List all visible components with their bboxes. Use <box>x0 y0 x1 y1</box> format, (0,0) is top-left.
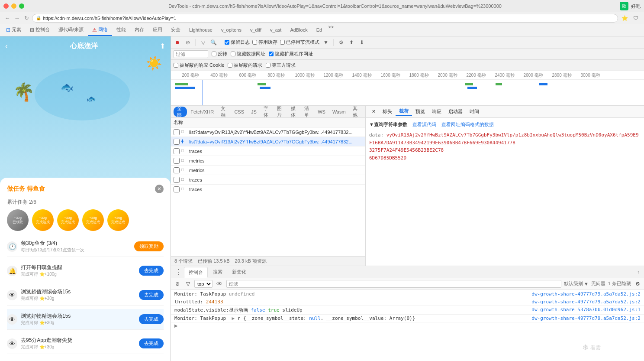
more-tabs-button[interactable]: >> <box>328 24 334 36</box>
devtools-tab-console[interactable]: ⊞ 控制台 <box>26 24 54 36</box>
throttle-dropdown-button[interactable]: ▼ <box>322 39 330 46</box>
console-link-3[interactable]: dw-growth-share-5378a7bb.01d0d962.js:1 <box>531 307 641 312</box>
req-checkbox-7[interactable] <box>174 186 180 192</box>
console-link-1[interactable]: dw-growth-share-49777d79.a5a7da52.js:2 <box>531 291 641 297</box>
eye-button[interactable]: 👁 <box>215 280 224 288</box>
type-tab-img[interactable]: 图片 <box>274 107 287 117</box>
detail-tab-preview[interactable]: 预览 <box>412 107 428 116</box>
expand-console-button[interactable]: ↕ <box>635 269 641 275</box>
type-tab-fetch[interactable]: Fetch/XHR <box>187 107 217 117</box>
view-url-encoded-link[interactable]: 查看网址编码格式的数据 <box>441 121 494 128</box>
type-tab-other[interactable]: 其他 <box>349 107 363 117</box>
throttle-input[interactable] <box>280 40 285 45</box>
task-btn-2[interactable]: 去完成 <box>139 266 164 276</box>
devtools-tab-vdiff[interactable]: v_diff <box>246 24 266 36</box>
devtools-tab-network[interactable]: ⚠ 网络 <box>88 24 112 36</box>
network-conditions-button[interactable]: ⚙ <box>337 39 345 46</box>
hide-extensions-checkbox[interactable]: 隐藏扩展程序网址 <box>269 51 313 57</box>
console-tab-changes[interactable]: 新变化 <box>228 267 251 277</box>
app-back-button[interactable]: ‹ <box>5 42 8 51</box>
type-tab-media[interactable]: 媒体 <box>287 107 301 117</box>
console-filter-icon[interactable]: ▽ <box>184 280 192 288</box>
type-tab-all[interactable]: 全部 <box>174 107 187 117</box>
table-row[interactable]: □ metrics <box>171 156 365 166</box>
table-row[interactable]: □ traces <box>171 175 365 185</box>
clear-button[interactable]: ⊘ <box>184 39 192 46</box>
shield-icon[interactable]: 🛡 <box>631 13 641 23</box>
type-tab-ws[interactable]: WS <box>314 107 329 117</box>
devtools-tab-perf[interactable]: 性能 <box>112 24 130 36</box>
detail-tab-timing[interactable]: 时间 <box>466 107 483 116</box>
devtools-tab-elements[interactable]: ⊡ 元素 <box>2 24 26 36</box>
devtools-tab-vast[interactable]: v_ast <box>266 24 286 36</box>
reload-button[interactable]: ↻ <box>23 14 30 22</box>
forward-button[interactable]: → <box>13 14 21 22</box>
third-party-input[interactable] <box>266 63 270 68</box>
preserve-log-input[interactable] <box>225 40 229 45</box>
console-clear-button[interactable]: ⊘ <box>174 280 181 288</box>
blocked-cookies-checkbox[interactable]: 被屏蔽的响应 Cookie <box>174 62 224 68</box>
devtools-tab-memory[interactable]: 内存 <box>130 24 148 36</box>
req-checkbox-4[interactable] <box>174 158 180 164</box>
invert-input[interactable] <box>212 52 216 56</box>
blocked-cookies-input[interactable] <box>174 63 178 68</box>
type-tab-doc[interactable]: 文档 <box>217 107 231 117</box>
type-tab-manifest[interactable]: 清单 <box>301 107 314 117</box>
type-tab-js[interactable]: JS <box>248 107 260 117</box>
table-row[interactable]: □ metrics <box>171 166 365 175</box>
table-row[interactable]: □ traces <box>171 146 365 156</box>
console-level-dropdown[interactable]: 默认级别 ▼ <box>564 280 589 287</box>
req-checkbox-3[interactable] <box>174 148 180 154</box>
app-share-button[interactable]: ⬆ <box>160 42 165 50</box>
console-more-button[interactable]: ⋮ <box>174 267 183 277</box>
view-source-link[interactable]: 查看源代码 <box>412 121 436 128</box>
close-dot[interactable] <box>3 3 9 9</box>
detail-tab-response[interactable]: 响应 <box>428 107 445 116</box>
type-tab-css[interactable]: CSS <box>231 107 248 117</box>
hide-data-url-input[interactable] <box>231 52 235 56</box>
expand-icon[interactable]: ▶ <box>232 315 235 321</box>
upload-button[interactable]: ⬆ <box>348 39 355 46</box>
throttle-checkbox[interactable]: 已停用节流模式 <box>280 39 319 46</box>
task-btn-4[interactable]: 去完成 <box>139 314 164 324</box>
hide-data-url-checkbox[interactable]: 隐藏数据网址 <box>231 51 265 57</box>
top-frame-select[interactable]: top <box>194 280 213 288</box>
table-row[interactable]: □ list?data=vyOviR13Aj2v2YfHwBzt9AZALCv7… <box>171 127 365 137</box>
console-link-4[interactable]: dw-growth-share-49777d79.a5a7da52.js:2 <box>531 315 641 321</box>
table-row[interactable]: ⧫ list?data=vyOviR13Aj2v2YfHwBzt9AZALCv7… <box>171 137 365 146</box>
devtools-tab-app[interactable]: 应用 <box>148 24 167 36</box>
invert-checkbox[interactable]: 反转 <box>212 51 227 57</box>
disable-cache-checkbox[interactable]: 停用缓存 <box>252 39 277 46</box>
devtools-tab-source[interactable]: 源代码/来源 <box>54 24 88 36</box>
blocked-requests-input[interactable] <box>228 63 232 68</box>
bookmark-icon[interactable]: ⭐ <box>620 13 629 23</box>
req-checkbox-1[interactable] <box>174 129 180 135</box>
devtools-tab-ed[interactable]: Ed <box>312 24 326 36</box>
filter-button[interactable]: ▽ <box>199 39 207 46</box>
task-close-button[interactable]: ✕ <box>155 185 164 193</box>
req-checkbox-5[interactable] <box>174 167 180 173</box>
hide-extensions-input[interactable] <box>269 52 274 56</box>
filter-input[interactable] <box>174 50 208 58</box>
maximize-dot[interactable] <box>19 3 24 9</box>
devtools-tab-adblock[interactable]: AdBlock <box>286 24 312 36</box>
back-button[interactable]: ← <box>3 14 11 22</box>
console-filter-input[interactable] <box>226 280 561 288</box>
disable-cache-input[interactable] <box>252 40 257 45</box>
req-checkbox-6[interactable] <box>174 177 180 183</box>
console-bottom-expand[interactable]: ▶ <box>171 322 644 329</box>
blocked-requests-checkbox[interactable]: 被屏蔽的请求 <box>228 62 262 68</box>
devtools-tab-vopitons[interactable]: v_opitons <box>217 24 246 36</box>
task-btn-3[interactable]: 去完成 <box>139 290 164 300</box>
devtools-tab-security[interactable]: 安全 <box>167 24 185 36</box>
console-tab-console[interactable]: 控制台 <box>184 267 208 278</box>
url-bar[interactable]: 🔒 https://cdn-m.dewu.com/h5-fish/home?is… <box>32 14 618 23</box>
record-button[interactable]: ⏺ <box>174 39 181 46</box>
type-tab-wasm[interactable]: Wasm <box>329 107 349 117</box>
minimize-dot[interactable] <box>11 3 16 9</box>
type-tab-font[interactable]: 字体 <box>260 107 274 117</box>
preserve-log-checkbox[interactable]: 保留日志 <box>225 39 250 46</box>
download-button[interactable]: ⬇ <box>358 39 366 46</box>
detail-tab-payload[interactable]: 截荷 <box>396 107 412 116</box>
task-btn-5[interactable]: 去完成 <box>139 338 164 348</box>
